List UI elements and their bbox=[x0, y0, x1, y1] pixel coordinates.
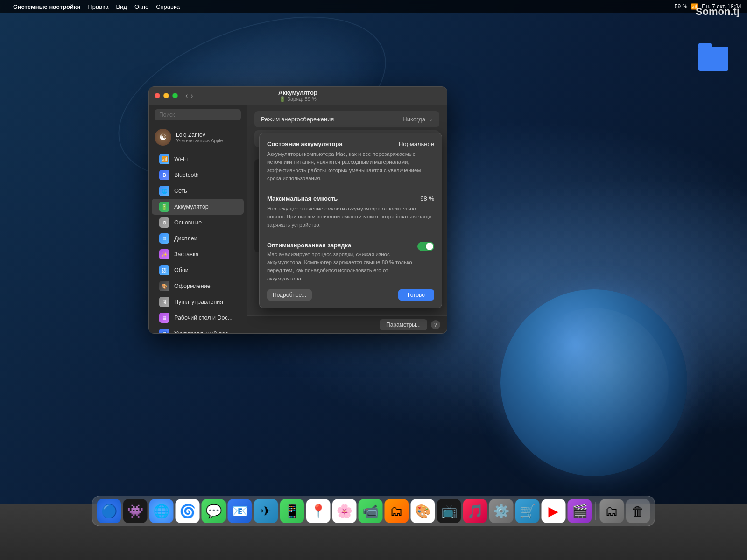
user-sub: Учетная запись Apple bbox=[176, 138, 223, 143]
help-button[interactable]: ? bbox=[431, 320, 440, 329]
close-button[interactable] bbox=[155, 93, 160, 98]
popup-toggle-content: Оптимизированная зарядка Mac анализирует… bbox=[267, 242, 413, 283]
dock-appletv[interactable]: 📺 bbox=[437, 499, 461, 523]
dock-appstore[interactable]: 🛒 bbox=[515, 499, 540, 523]
power-saving-label: Режим энергосбережения bbox=[261, 116, 334, 123]
sidebar-label-battery: Аккумулятор bbox=[174, 203, 209, 210]
traffic-lights bbox=[155, 93, 178, 98]
dock-finder2[interactable]: 🗂 bbox=[385, 499, 409, 523]
sidebar-label-bluetooth: Bluetooth bbox=[174, 172, 199, 178]
chevron-down-icon: ⌄ bbox=[429, 117, 433, 122]
sidebar-item-bluetooth[interactable]: B Bluetooth bbox=[152, 167, 244, 183]
dock-telegram[interactable]: ✈ bbox=[254, 499, 278, 523]
sidebar-item-battery[interactable]: 🔋 Аккумулятор bbox=[152, 199, 244, 215]
dock: 🔵 👾 🌐 🌀 💬 📧 ✈ 📱 📍 🌸 📹 🗂 🎨 📺 🎵 ⚙️ 🛒 ▶ 🎬 🗂… bbox=[92, 496, 655, 526]
nav-back-button[interactable]: ‹ bbox=[185, 91, 188, 100]
dock-whatsapp[interactable]: 📱 bbox=[280, 499, 304, 523]
window-title: Аккумулятор bbox=[278, 89, 317, 96]
sidebar-label-wifi: Wi-Fi bbox=[174, 156, 188, 162]
optimized-charging-toggle[interactable] bbox=[417, 242, 434, 251]
battery-status: 59 % bbox=[675, 3, 687, 10]
params-button[interactable]: Параметры... bbox=[380, 319, 427, 330]
minimize-button[interactable] bbox=[163, 93, 169, 98]
wallpaper-sidebar-icon: 🖼 bbox=[159, 265, 169, 275]
universal-sidebar-icon: ♿ bbox=[159, 329, 169, 333]
user-info: Loiq Zarifov Учетная запись Apple bbox=[176, 132, 223, 143]
sidebar-search-area bbox=[149, 105, 247, 125]
nav-fwd-button[interactable]: › bbox=[190, 91, 193, 100]
maximize-button[interactable] bbox=[172, 93, 178, 98]
sidebar-label-wallpaper: Обои bbox=[174, 267, 189, 273]
sidebar-item-control[interactable]: 🎛 Пункт управления bbox=[152, 294, 244, 310]
menubar: Системные настройки Правка Вид Окно Спра… bbox=[0, 0, 747, 13]
dock-files[interactable]: 🗂 bbox=[600, 499, 624, 523]
network-sidebar-icon: 🌐 bbox=[159, 186, 169, 196]
sidebar-label-appearance: Оформление bbox=[174, 283, 211, 289]
sidebar-item-universal[interactable]: ♿ Универсальный дос... bbox=[152, 326, 244, 333]
bluetooth-sidebar-icon: B bbox=[159, 170, 169, 180]
popup-divider-2 bbox=[267, 236, 434, 236]
dock-trash[interactable]: 🗑 bbox=[626, 499, 650, 523]
user-avatar: ☯ bbox=[155, 129, 171, 146]
sidebar-item-display[interactable]: 🖥 Дисплеи bbox=[152, 231, 244, 246]
dock-freeform[interactable]: 🎨 bbox=[411, 499, 435, 523]
dock-chrome[interactable]: 🌀 bbox=[176, 499, 200, 523]
popup-capacity-value: 98 % bbox=[420, 195, 434, 202]
dock-sysprefs[interactable]: ⚙️ bbox=[489, 499, 514, 523]
power-saving-value-text: Никогда bbox=[402, 116, 425, 123]
window-body: ☯ Loiq Zarifov Учетная запись Apple 📶 Wi… bbox=[149, 105, 447, 333]
details-button[interactable]: Подробнее... bbox=[267, 289, 312, 301]
dock-photos[interactable]: 🌸 bbox=[332, 499, 357, 523]
dock-clips[interactable]: 🎬 bbox=[568, 499, 592, 523]
earth-decoration bbox=[500, 289, 687, 476]
popup-condition-title: Состояние аккумулятора bbox=[267, 140, 343, 147]
window-titlebar: ‹ › Аккумулятор 🔋 Заряд: 59 % bbox=[149, 87, 447, 105]
dock-figma[interactable]: 👾 bbox=[123, 499, 148, 523]
menubar-left: Системные настройки Правка Вид Окно Спра… bbox=[6, 3, 180, 10]
dock-finder[interactable]: 🔵 bbox=[97, 499, 121, 523]
popup-toggle-row: Оптимизированная зарядка Mac анализирует… bbox=[267, 242, 434, 283]
popup-condition-value: Нормальное bbox=[399, 140, 434, 147]
menubar-item-view[interactable]: Вид bbox=[116, 3, 127, 10]
power-saving-value[interactable]: Никогда ⌄ bbox=[402, 116, 433, 123]
sidebar-item-desktop[interactable]: 🖥 Рабочий стол и Doc... bbox=[152, 310, 244, 326]
sidebar-item-appearance[interactable]: 🎨 Оформление bbox=[152, 278, 244, 294]
sidebar-label-control: Пункт управления bbox=[174, 299, 223, 305]
sidebar-item-network[interactable]: 🌐 Сеть bbox=[152, 183, 244, 199]
menubar-item-edit[interactable]: Правка bbox=[88, 3, 109, 10]
sidebar-item-wallpaper[interactable]: 🖼 Обои bbox=[152, 262, 244, 278]
dock-mail[interactable]: 📧 bbox=[228, 499, 252, 523]
popup-divider-1 bbox=[267, 189, 434, 189]
bottom-bar: Параметры... ? bbox=[247, 315, 447, 333]
general-sidebar-icon: ⚙ bbox=[159, 217, 169, 228]
sidebar-label-network: Сеть bbox=[174, 188, 187, 194]
desktop-folder[interactable] bbox=[698, 47, 728, 73]
sidebar-item-wifi[interactable]: 📶 Wi-Fi bbox=[152, 151, 244, 167]
sidebar-user[interactable]: ☯ Loiq Zarifov Учетная запись Apple bbox=[149, 125, 247, 149]
menubar-item-sysprefs[interactable]: Системные настройки bbox=[13, 3, 81, 10]
desktop-sidebar-icon: 🖥 bbox=[159, 313, 169, 323]
main-content: Режим энергосбережения Никогда ⌄ Состоян… bbox=[247, 105, 447, 333]
user-name: Loiq Zarifov bbox=[176, 132, 223, 138]
sidebar-label-display: Дисплеи bbox=[174, 235, 197, 242]
dock-messages[interactable]: 💬 bbox=[202, 499, 226, 523]
menubar-item-window[interactable]: Окно bbox=[134, 3, 148, 10]
dock-safari[interactable]: 🌐 bbox=[149, 499, 174, 523]
watermark: Somon.tj bbox=[696, 6, 740, 18]
menubar-item-help[interactable]: Справка bbox=[156, 3, 180, 10]
popup-condition-header: Состояние аккумулятора Нормальное bbox=[267, 140, 434, 147]
done-button[interactable]: Готово bbox=[398, 289, 434, 301]
dock-youtube[interactable]: ▶ bbox=[542, 499, 566, 523]
popup-charging-section: Оптимизированная зарядка Mac анализирует… bbox=[267, 242, 434, 283]
battery-sidebar-icon: 🔋 bbox=[159, 202, 169, 212]
sidebar-item-general[interactable]: ⚙ Основные bbox=[152, 215, 244, 231]
wifi-sidebar-icon: 📶 bbox=[159, 154, 169, 164]
popup-condition-section: Состояние аккумулятора Нормальное Аккуму… bbox=[267, 140, 434, 182]
sidebar-item-screensaver[interactable]: ✨ Заставка bbox=[152, 246, 244, 262]
dock-facetime[interactable]: 📹 bbox=[359, 499, 383, 523]
dock-music[interactable]: 🎵 bbox=[463, 499, 487, 523]
dock-maps[interactable]: 📍 bbox=[306, 499, 331, 523]
search-input[interactable] bbox=[155, 109, 241, 120]
popup-actions: Подробнее... Готово bbox=[267, 289, 434, 301]
display-sidebar-icon: 🖥 bbox=[159, 233, 169, 244]
